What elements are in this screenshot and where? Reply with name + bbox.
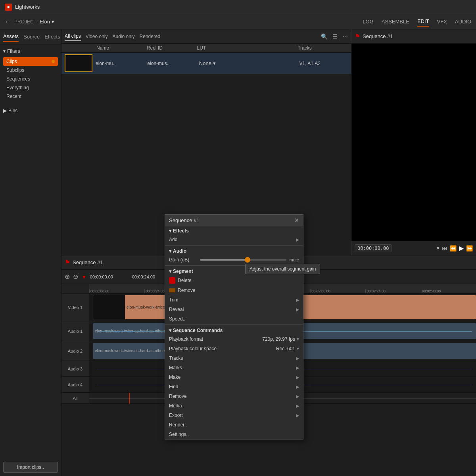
menu-bar-right: LOG ASSEMBLE EDIT VFX AUDIO (363, 17, 471, 27)
ctx-item-speed[interactable]: Speed.. (165, 314, 303, 324)
gain-slider[interactable] (200, 259, 286, 261)
bins-header[interactable]: ▶ Bins (3, 108, 58, 113)
play-button[interactable]: ▶ (459, 244, 464, 252)
remove-icon (169, 288, 175, 292)
ctx-item-colour-space[interactable]: Playback colour space Rec. 601 ▾ (165, 344, 303, 353)
cell-lut: None ▾ (199, 60, 296, 66)
ctx-item-reveal[interactable]: Reveal ▶ (165, 305, 303, 314)
list-view-icon[interactable]: ☰ (332, 33, 338, 40)
clip-tab-video[interactable]: Video only (86, 32, 108, 41)
track-audio4-label: Audio 4 (61, 377, 89, 392)
search-icon[interactable]: 🔍 (321, 33, 328, 40)
clip-tab-all[interactable]: All clips (65, 32, 81, 41)
playhead-marker: ▼ (81, 274, 87, 280)
ctx-item-find[interactable]: Find ▶ (165, 382, 303, 392)
menu-bar-left: ← PROJECT Elon ▾ (5, 18, 355, 25)
rewind-to-start-button[interactable]: ⏮ (442, 245, 447, 251)
app-name: Lightworks (15, 4, 40, 10)
context-menu: Sequence #1 ✕ ▾ Effects Add ▶ ▾ Audio Ga… (165, 214, 303, 440)
ctx-item-seq-remove[interactable]: Remove ▶ (165, 392, 303, 401)
delete-icon-area: Delete (169, 277, 192, 284)
menu-edit[interactable]: EDIT (417, 17, 429, 27)
table-header: Name Reel ID LUT Tracks (61, 44, 351, 53)
track-audio2-label: Audio 2 (61, 341, 89, 361)
filter-recent[interactable]: Recent (3, 92, 58, 101)
rewind-button[interactable]: ⏪ (450, 245, 457, 251)
arrow-icon: ▶ (296, 307, 299, 312)
ctx-item-trim[interactable]: Trim ▶ (165, 295, 303, 305)
zoom-out-button[interactable]: ⊖ (73, 273, 78, 280)
clip-tab-audio[interactable]: Audio only (113, 32, 135, 41)
ctx-item-export[interactable]: Export ▶ (165, 411, 303, 420)
playback-format-value: 720p, 29.97 fps ▾ (262, 336, 299, 342)
ctx-section-segment: ▾ Segment Delete Remove Trim ▶ Reveal ▶ … (165, 267, 303, 324)
gain-row: Gain (dB) mute (165, 255, 303, 265)
track-video1-label: Video 1 (61, 294, 89, 321)
fast-forward-button[interactable]: ⏩ (466, 245, 473, 251)
audio2-clip-label: elon-musk-work-twice-as-hard-as-others, … (93, 348, 174, 354)
table-row[interactable]: elon-mu.. elon-mus.. None ▾ V1, A1,A2 (61, 53, 351, 74)
ctx-item-tracks[interactable]: Tracks ▶ (165, 353, 303, 363)
timeline-title: Sequence #1 (73, 259, 103, 265)
chevron-down-icon: ▾ (297, 346, 299, 351)
preview-header: ⚑ Sequence #1 (351, 29, 476, 44)
ctx-item-media[interactable]: Media ▶ (165, 401, 303, 411)
clip-thumbnail (65, 54, 92, 72)
more-options-icon[interactable]: ⋯ (342, 33, 348, 40)
arrow-icon: ▶ (296, 403, 299, 409)
arrow-icon: ▶ (296, 413, 299, 418)
filter-everything[interactable]: Everything (3, 83, 58, 92)
ruler-mark-5: 00:02:24.00 (365, 289, 420, 293)
app-icon: ■ (5, 4, 12, 11)
chevron-down-icon: ▾ (3, 48, 6, 54)
gain-mute-button[interactable]: mute (290, 257, 299, 262)
import-clips-button[interactable]: Import clips.. (3, 462, 58, 473)
delete-icon (169, 277, 175, 284)
filters-header[interactable]: ▾ Filters (3, 48, 58, 54)
menu-vfx[interactable]: VFX (437, 17, 447, 26)
ctx-audio-header: ▾ Audio (165, 246, 303, 255)
tab-effects[interactable]: Effects (44, 32, 60, 41)
clip-browser-tabs: All clips Video only Audio only Rendered… (61, 29, 351, 44)
menu-log[interactable]: LOG (363, 17, 373, 26)
clip-tab-rendered[interactable]: Rendered (140, 32, 161, 41)
filter-sequences[interactable]: Sequences (3, 75, 58, 83)
ctx-item-marks[interactable]: Marks ▶ (165, 363, 303, 372)
arrow-icon: ▶ (296, 394, 299, 399)
ctx-section-sequence: ▾ Sequence Commands Playback format 720p… (165, 326, 303, 439)
ctx-item-delete[interactable]: Delete (165, 275, 303, 286)
filter-subclips[interactable]: Subclips (3, 66, 58, 75)
ruler-time-0: 00:00:00.00 (90, 274, 113, 279)
track-all-label: All (61, 393, 89, 403)
ctx-item-playback-format[interactable]: Playback format 720p, 29.97 fps ▾ (165, 334, 303, 344)
ctx-divider-1 (165, 245, 303, 246)
time-display[interactable]: 00:00:00.00 (355, 244, 392, 252)
ctx-item-render[interactable]: Render.. (165, 420, 303, 430)
zoom-in-button[interactable]: ⊕ (65, 273, 70, 280)
ruler-mark-6: 00:02:48.00 (421, 289, 476, 293)
gain-slider-thumb[interactable] (245, 257, 250, 263)
ctx-item-remove[interactable]: Remove (165, 286, 303, 295)
chevron-down-icon[interactable]: ▾ (213, 60, 216, 66)
chevron-down-icon: ▾ (169, 328, 171, 333)
menu-audio[interactable]: AUDIO (455, 17, 471, 26)
arrow-icon: ▶ (296, 298, 299, 303)
track-audio1-label: Audio 1 (61, 321, 89, 341)
tab-assets[interactable]: Assets (3, 32, 19, 42)
back-button[interactable]: ← (5, 18, 11, 25)
project-name[interactable]: Elon ▾ (40, 19, 54, 25)
context-menu-close-button[interactable]: ✕ (294, 217, 299, 223)
menu-assemble[interactable]: ASSEMBLE (382, 17, 409, 26)
tab-source[interactable]: Source (23, 32, 40, 41)
colour-space-value: Rec. 601 ▾ (276, 346, 299, 351)
ctx-item-settings[interactable]: Settings.. (165, 430, 303, 439)
ctx-item-make[interactable]: Make ▶ (165, 372, 303, 382)
ctx-section-effects: ▾ Effects Add ▶ (165, 226, 303, 244)
filter-clips[interactable]: Clips (3, 57, 58, 66)
chevron-down-icon: ▾ (169, 248, 171, 254)
arrow-icon: ▶ (296, 356, 299, 361)
ruler-mark-4: 00:02:00.00 (310, 289, 365, 293)
ctx-item-add[interactable]: Add ▶ (165, 235, 303, 244)
dropdown-arrow-icon[interactable]: ▾ (437, 245, 440, 251)
menu-bar: ← PROJECT Elon ▾ LOG ASSEMBLE EDIT VFX A… (0, 14, 476, 29)
